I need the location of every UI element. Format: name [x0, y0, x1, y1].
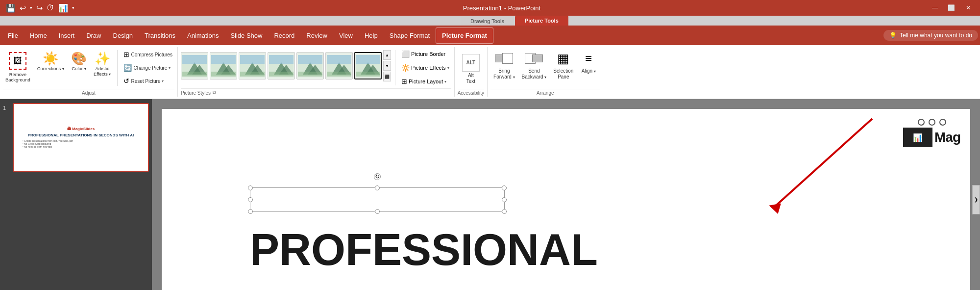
picture-style-6[interactable] — [325, 52, 353, 79]
logo-circle-3 — [939, 119, 946, 126]
align-button[interactable]: ≡ Align ▾ — [577, 48, 600, 76]
handle-tl[interactable] — [248, 185, 253, 190]
send-backward-button[interactable]: SendBackward ▾ — [519, 48, 550, 81]
selection-pane-label: SelectionPane — [553, 68, 573, 80]
artistic-effects-button[interactable]: ✨ ArtisticEffects ▾ — [91, 48, 114, 79]
picture-style-5[interactable] — [296, 52, 324, 79]
slide-preview-title: PROFESSIONAL PRESENTATIONS IN SECONDS WI… — [28, 133, 134, 138]
slide-preview-1[interactable]: 🏔 MagicSlides PROFESSIONAL PRESENTATIONS… — [13, 103, 149, 172]
picture-styles-dialog-launcher[interactable]: ⧉ — [213, 90, 216, 96]
selection-pane-button[interactable]: ▦ SelectionPane — [550, 48, 576, 81]
picture-style-3[interactable] — [239, 52, 266, 79]
redo-icon[interactable]: ↪ — [36, 3, 43, 13]
alt-text-button[interactable]: ALT AltText — [460, 53, 482, 86]
lightbulb-icon: 💡 — [889, 32, 897, 39]
color-label: Color ▾ — [72, 66, 86, 72]
customize-icon[interactable]: ▾ — [72, 5, 74, 10]
corrections-button[interactable]: ☀️ Corrections ▾ — [35, 48, 67, 73]
menu-slideshow[interactable]: Slide Show — [224, 28, 268, 43]
gallery-more[interactable]: ⬛ — [383, 72, 391, 81]
align-icon: ≡ — [585, 50, 592, 67]
menu-review[interactable]: Review — [300, 28, 333, 43]
undo-icon[interactable]: ↩ — [20, 3, 26, 13]
slide-number-1: 1 — [3, 103, 10, 111]
color-icon: 🎨 — [71, 52, 87, 65]
slide-preview-content: 🏔 MagicSlides PROFESSIONAL PRESENTATIONS… — [14, 104, 148, 171]
picture-border-icon: ⬜ — [401, 50, 410, 58]
save-icon[interactable]: 💾 — [6, 3, 16, 13]
minimize-button[interactable]: — — [929, 2, 941, 14]
color-button[interactable]: 🎨 Color ▾ — [69, 48, 89, 73]
tell-me-input[interactable]: 💡 Tell me what you want to do — [883, 30, 978, 41]
picture-border-button[interactable]: ⬜ Picture Border — [399, 49, 451, 59]
bring-forward-button[interactable]: BringForward ▾ — [490, 48, 517, 81]
handle-bm[interactable] — [375, 209, 380, 214]
reset-picture-button[interactable]: ↺ Reset Picture ▾ — [122, 76, 174, 86]
picture-style-7[interactable] — [354, 52, 382, 79]
logo-box: 📊 — [903, 128, 932, 147]
gallery-scroll-down[interactable]: ▼ — [383, 61, 391, 71]
remove-background-button[interactable]: 🖼 Remove Background — [3, 48, 33, 84]
slide-thumbnail-1[interactable]: 1 🏔 MagicSlides PROFESSIONAL PRESENTATIO… — [3, 103, 149, 172]
ribbon: 🖼 Remove Background ☀️ Corrections ▾ 🎨 C… — [0, 45, 980, 99]
canvas-area: ↻ PROFESSIONAL 📊 Mag — [152, 99, 980, 290]
menu-design[interactable]: Design — [107, 28, 139, 43]
menu-home[interactable]: Home — [24, 28, 53, 43]
logo-circles — [918, 119, 946, 126]
menu-animations[interactable]: Animations — [181, 28, 224, 43]
remove-bg-icon: 🖼 — [9, 52, 26, 70]
rotate-handle[interactable]: ↻ — [374, 173, 381, 180]
menu-file[interactable]: File — [2, 28, 24, 43]
menu-picture-format[interactable]: Picture Format — [436, 27, 493, 44]
handle-bl[interactable] — [248, 209, 253, 214]
handle-tr[interactable] — [502, 185, 507, 190]
picture-tools-tab[interactable]: Picture Tools — [515, 16, 568, 26]
menu-record[interactable]: Record — [268, 28, 300, 43]
undo-dropdown-icon[interactable]: ▾ — [30, 5, 32, 10]
picture-style-2[interactable] — [210, 52, 237, 79]
collapse-button[interactable]: ❯ — [972, 185, 980, 214]
picture-styles-group-label: Picture Styles ⧉ — [181, 88, 451, 97]
picture-layout-label: Picture Layout — [409, 79, 443, 84]
compress-pictures-button[interactable]: ⊞ Compress Pictures — [122, 50, 174, 59]
menu-transitions[interactable]: Transitions — [139, 28, 181, 43]
restore-button[interactable]: ⬜ — [946, 2, 957, 14]
svg-rect-9 — [211, 55, 236, 64]
handle-ml[interactable] — [248, 197, 253, 202]
accessibility-group-label: Accessibility — [458, 89, 484, 97]
menu-shape-format[interactable]: Shape Format — [384, 28, 436, 43]
picture-layout-caret: ▾ — [444, 79, 446, 84]
bring-forward-icon — [495, 50, 513, 67]
menu-view[interactable]: View — [333, 28, 359, 43]
handle-br[interactable] — [502, 209, 507, 214]
picture-layout-button[interactable]: ⊞ Picture Layout ▾ — [399, 77, 451, 86]
close-button[interactable]: ✕ — [962, 2, 974, 14]
change-picture-caret: ▾ — [169, 66, 171, 70]
change-picture-button[interactable]: 🔄 Change Picture ▾ — [122, 63, 174, 73]
textbox-selection[interactable]: ↻ — [250, 187, 505, 212]
drawing-tools-tab[interactable]: Drawing Tools — [461, 17, 514, 26]
handle-tm[interactable] — [375, 185, 380, 190]
arrange-content: BringForward ▾ SendBackward ▾ ▦ Selectio… — [490, 47, 600, 89]
svg-rect-4 — [182, 55, 207, 64]
picture-effects-button[interactable]: 🔆 Picture Effects ▾ — [399, 63, 451, 73]
logo-area: 📊 Mag — [903, 119, 960, 147]
picture-styles-gallery: ▲ ▼ ⬛ — [181, 48, 391, 83]
gallery-scroll-up[interactable]: ▲ — [383, 50, 391, 60]
menu-draw[interactable]: Draw — [80, 28, 107, 43]
picture-layout-icon: ⊞ — [401, 78, 407, 85]
app-title: Presentation1 - PowerPoint — [463, 4, 540, 12]
menu-help[interactable]: Help — [359, 28, 384, 43]
title-bar: 💾 ↩ ▾ ↪ ⏱ 📊 ▾ Presentation1 - PowerPoint… — [0, 0, 980, 16]
picture-style-4[interactable] — [268, 52, 295, 79]
menu-insert[interactable]: Insert — [53, 28, 81, 43]
timer-icon[interactable]: ⏱ — [47, 3, 54, 12]
send-backward-icon — [525, 50, 543, 67]
handle-mr[interactable] — [502, 197, 507, 202]
svg-rect-18 — [269, 72, 294, 77]
chart-icon[interactable]: 📊 — [58, 3, 68, 13]
picture-style-1[interactable] — [181, 52, 208, 79]
logo-circle-2 — [929, 119, 935, 126]
context-tab-strip: Drawing Tools Picture Tools — [0, 16, 980, 26]
logo-box-icon: 📊 — [913, 133, 923, 142]
